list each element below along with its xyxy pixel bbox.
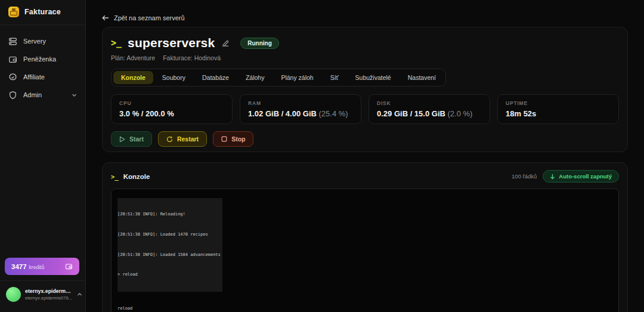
stop-square-icon (221, 136, 227, 142)
console-title: Konzole (123, 173, 150, 180)
brand-logo-icon (8, 6, 20, 18)
wallet-icon (65, 262, 73, 270)
arrow-left-icon (102, 15, 109, 21)
stat-extra: (2.0 %) (448, 109, 473, 118)
sidebar-item-servery[interactable]: Servery (0, 32, 85, 50)
credits-badge[interactable]: 3477 kreditů (5, 258, 79, 275)
start-button[interactable]: Start (111, 131, 152, 147)
console-output[interactable]: [20:51:38 INFO]: Reloading! [20:51:38 IN… (111, 189, 619, 312)
start-label: Start (129, 135, 144, 143)
tab-soubory[interactable]: Soubory (154, 71, 193, 84)
console-line: [20:51:38 INFO]: Loaded 1470 recipes (117, 231, 221, 238)
stop-label: Stop (231, 135, 245, 143)
server-actions: Start Restart Stop (111, 131, 619, 147)
sidebar-item-penezenka[interactable]: Peněženka (0, 50, 85, 68)
main-content: Zpět na seznam serverů >_ superserversk … (86, 0, 644, 312)
stat-extra: (25.4 %) (319, 109, 348, 118)
stat-value: 1.02 GiB / 4.00 GiB (25.4 %) (248, 109, 353, 118)
autoscroll-toggle[interactable]: Auto-scroll zapnutý (543, 170, 619, 183)
stat-label: CPU (119, 100, 224, 106)
back-link-label: Zpět na seznam serverů (114, 14, 185, 21)
server-title-row: >_ superserversk Running (111, 36, 619, 50)
tab-konzole[interactable]: Konzole (113, 71, 153, 84)
stat-card-ram: RAM 1.02 GiB / 4.00 GiB (25.4 %) (240, 94, 361, 124)
restart-icon (166, 136, 173, 143)
user-meta: eternyx.epidermis... eternyx.epidermis07… (25, 288, 72, 301)
server-overview-card: >_ superserversk Running Plán: Adventure… (102, 27, 628, 152)
sidebar-nav: Servery Peněženka Affiliate (0, 25, 85, 104)
status-badge: Running (240, 38, 279, 49)
console-line: > reload (117, 271, 221, 278)
stat-value: 3.0 % / 200.0 % (119, 109, 224, 118)
affiliate-badge-icon (8, 73, 17, 82)
servers-icon (8, 37, 17, 46)
sidebar-item-label: Servery (23, 38, 46, 45)
lines-count: 100 řádků (512, 173, 537, 180)
tab-subuzivatele[interactable]: Subuživatelé (348, 71, 399, 84)
stop-button[interactable]: Stop (213, 131, 253, 147)
tab-nastaveni[interactable]: Nastavení (400, 71, 444, 84)
tab-databaze[interactable]: Databáze (194, 71, 237, 84)
console-lines: [20:51:38 INFO]: Reloading! [20:51:38 IN… (117, 189, 612, 312)
server-name: superserversk (128, 36, 215, 50)
console-header: >_ Konzole 100 řádků Auto-scroll zapnutý (111, 170, 619, 183)
stat-label: DISK (377, 100, 482, 106)
restart-label: Restart (177, 135, 199, 143)
credits-amount: 3477 (11, 263, 27, 270)
stat-card-disk: DISK 0.29 GiB / 15.0 GiB (2.0 %) (369, 94, 490, 124)
tab-zalohy[interactable]: Zálohy (238, 71, 273, 84)
restart-button[interactable]: Restart (158, 131, 207, 147)
brand-logo-row[interactable]: Fakturace (0, 0, 85, 25)
stat-card-uptime: UPTIME 18m 52s (497, 94, 619, 124)
console-line: [20:51:38 INFO]: Reloading! (117, 211, 221, 218)
stat-value: 0.29 GiB / 15.0 GiB (2.0 %) (377, 109, 482, 118)
avatar (6, 287, 21, 302)
sidebar-item-label: Peněženka (23, 55, 56, 63)
plan-label: Plán: Adventure (111, 54, 155, 61)
stat-label: RAM (248, 100, 353, 106)
chevron-up-icon (77, 292, 82, 297)
terminal-prompt-icon: >_ (111, 173, 119, 180)
sidebar-divider (0, 280, 85, 281)
arrow-down-icon (550, 174, 555, 180)
billing-label: Fakturace: Hodinová (163, 54, 221, 61)
sidebar-item-label: Admin (23, 91, 42, 98)
tab-plany-zaloh[interactable]: Plány záloh (273, 71, 321, 84)
edit-pencil-icon[interactable] (222, 39, 230, 47)
credits-unit: kreditů (29, 264, 45, 270)
sidebar-item-affiliate[interactable]: Affiliate (0, 68, 85, 86)
tab-sit[interactable]: Síť (323, 71, 346, 84)
server-tabs: Konzole Soubory Databáze Zálohy Plány zá… (111, 69, 446, 87)
user-subtitle: eternyx.epidermis076... (25, 295, 72, 301)
sidebar-item-admin[interactable]: Admin (0, 86, 85, 104)
user-name: eternyx.epidermis... (25, 288, 72, 294)
server-meta-row: Plán: Adventure Fakturace: Hodinová (111, 54, 619, 61)
stats-row: CPU 3.0 % / 200.0 % RAM 1.02 GiB / 4.00 … (111, 94, 619, 124)
stat-value: 18m 52s (506, 109, 611, 118)
server-detail-page: { "brand": { "name": "Fakturace" }, "sid… (0, 0, 644, 312)
brand-name: Fakturace (24, 8, 61, 16)
sidebar: Fakturace Servery Peněženka (0, 0, 86, 312)
user-menu[interactable]: eternyx.epidermis... eternyx.epidermis07… (6, 287, 82, 302)
terminal-prompt-icon: >_ (111, 38, 122, 48)
autoscroll-label: Auto-scroll zapnutý (559, 173, 612, 180)
back-link[interactable]: Zpět na seznam serverů (102, 14, 185, 21)
console-line: reload (117, 305, 612, 312)
console-selection: [20:51:38 INFO]: Reloading! [20:51:38 IN… (117, 198, 222, 292)
chevron-down-icon (72, 92, 77, 98)
console-card: >_ Konzole 100 řádků Auto-scroll zapnutý… (102, 162, 628, 312)
stat-label: UPTIME (506, 100, 611, 106)
sidebar-item-label: Affiliate (23, 73, 45, 81)
admin-shield-icon (8, 91, 17, 100)
console-line: [20:51:38 INFO]: Loaded 1584 advancement… (117, 252, 221, 258)
play-icon (119, 136, 125, 143)
stat-card-cpu: CPU 3.0 % / 200.0 % (111, 94, 233, 124)
wallet-icon (8, 55, 17, 64)
